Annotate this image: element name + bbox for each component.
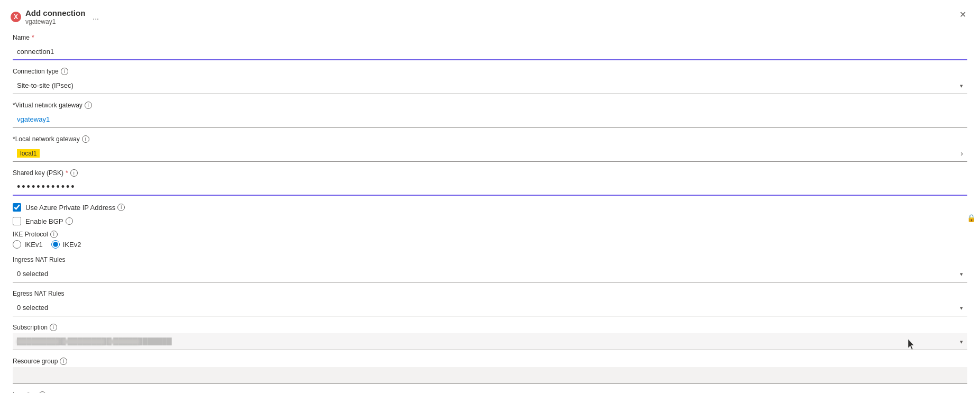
ike-protocol-ikev1-option[interactable]: IKEv1 bbox=[13, 240, 43, 249]
local-gateway-label: *Local network gateway i bbox=[13, 135, 967, 143]
local-gateway-field[interactable]: local1 › bbox=[13, 145, 967, 162]
enable-bgp-checkbox[interactable] bbox=[13, 217, 21, 225]
local-gateway-chevron-icon: › bbox=[960, 149, 963, 158]
connection-type-field-group: Connection type i Site-to-site (IPsec) V… bbox=[13, 68, 967, 94]
local-gateway-info-icon[interactable]: i bbox=[82, 135, 89, 143]
connection-type-label: Connection type i bbox=[13, 68, 967, 75]
resource-group-label: Resource group i bbox=[13, 358, 967, 365]
egress-nat-label: Egress NAT Rules bbox=[13, 290, 967, 297]
local-gateway-value: local1 bbox=[17, 149, 40, 158]
enable-bgp-group: Enable BGP i bbox=[13, 217, 967, 225]
ike-protocol-field-group: IKE Protocol i IKEv1 IKEv2 bbox=[13, 231, 967, 249]
panel-close-button[interactable]: ✕ bbox=[956, 8, 969, 21]
subscription-select[interactable]: ██████████ █████████ ████████████ bbox=[13, 333, 967, 350]
ike-protocol-label: IKE Protocol i bbox=[13, 231, 967, 238]
form-content: Name * Connection type i Site-to-site (I… bbox=[11, 34, 969, 393]
add-connection-panel: X Add connection vgateway1 ... ✕ Name * … bbox=[0, 0, 980, 393]
name-label: Name * bbox=[13, 34, 967, 41]
ingress-nat-select-wrapper: 0 selected ▾ bbox=[13, 266, 967, 282]
shared-key-field-group: Shared key (PSK) * i bbox=[13, 169, 967, 196]
panel-title-group: X Add connection vgateway1 ... bbox=[11, 8, 99, 25]
panel-subtitle: vgateway1 bbox=[25, 18, 85, 25]
egress-nat-select[interactable]: 0 selected bbox=[13, 299, 967, 316]
vnet-gateway-value: vgateway1 bbox=[17, 115, 50, 123]
subscription-chevron-icon: ▾ bbox=[960, 339, 963, 345]
use-private-ip-checkbox[interactable] bbox=[13, 203, 21, 212]
panel-icon-x: X bbox=[14, 13, 18, 21]
ikev2-label: IKEv2 bbox=[63, 241, 81, 249]
panel-titles: Add connection vgateway1 bbox=[25, 8, 85, 25]
enable-bgp-label: Enable BGP i bbox=[25, 217, 73, 225]
ike-protocol-info-icon[interactable]: i bbox=[50, 231, 58, 238]
vnet-gateway-field-group: *Virtual network gateway i vgateway1 🔒 bbox=[13, 102, 967, 128]
ikev1-label: IKEv1 bbox=[24, 241, 43, 249]
subscription-select-wrapper: ██████████ █████████ ████████████ ▾ bbox=[13, 333, 967, 350]
use-private-ip-info-icon[interactable]: i bbox=[117, 204, 125, 211]
name-field-group: Name * bbox=[13, 34, 967, 60]
subscription-info-icon[interactable]: i bbox=[50, 324, 57, 331]
panel-title: Add connection bbox=[25, 8, 85, 17]
connection-type-select-wrapper: Site-to-site (IPsec) VNet-to-VNet Expres… bbox=[13, 77, 967, 94]
panel-icon: X bbox=[11, 12, 21, 22]
connection-type-info-icon[interactable]: i bbox=[61, 68, 68, 75]
shared-key-required: * bbox=[66, 169, 68, 177]
panel-header: X Add connection vgateway1 ... ✕ bbox=[11, 8, 969, 25]
ingress-nat-select[interactable]: 0 selected bbox=[13, 266, 967, 282]
enable-bgp-info-icon[interactable]: i bbox=[66, 217, 73, 225]
use-private-ip-label: Use Azure Private IP Address i bbox=[25, 204, 125, 212]
ingress-nat-field-group: Ingress NAT Rules 0 selected ▾ bbox=[13, 256, 967, 282]
resource-group-field-group: Resource group i bbox=[13, 358, 967, 384]
panel-menu-dots[interactable]: ... bbox=[93, 13, 99, 21]
ikev1-radio[interactable] bbox=[13, 240, 21, 249]
vnet-gateway-info-icon[interactable]: i bbox=[85, 102, 92, 109]
shared-key-info-icon[interactable]: i bbox=[70, 169, 78, 177]
local-gateway-field-group: *Local network gateway i local1 › bbox=[13, 135, 967, 162]
use-private-ip-group: Use Azure Private IP Address i bbox=[13, 203, 967, 212]
ingress-nat-label: Ingress NAT Rules bbox=[13, 256, 967, 263]
subscription-label: Subscription i bbox=[13, 324, 967, 331]
egress-nat-field-group: Egress NAT Rules 0 selected ▾ bbox=[13, 290, 967, 316]
subscription-field-group: Subscription i ██████████ █████████ ████… bbox=[13, 324, 967, 350]
ike-protocol-ikev2-option[interactable]: IKEv2 bbox=[51, 240, 81, 249]
shared-key-label: Shared key (PSK) * i bbox=[13, 169, 967, 177]
ike-protocol-radio-group: IKEv1 IKEv2 bbox=[13, 240, 967, 249]
shared-key-input[interactable] bbox=[13, 179, 967, 196]
ikev2-radio[interactable] bbox=[51, 240, 60, 249]
vnet-gateway-label: *Virtual network gateway i bbox=[13, 102, 967, 109]
resource-group-input bbox=[13, 367, 967, 384]
connection-type-select[interactable]: Site-to-site (IPsec) VNet-to-VNet Expres… bbox=[13, 77, 967, 94]
egress-nat-select-wrapper: 0 selected ▾ bbox=[13, 299, 967, 316]
name-input[interactable] bbox=[13, 43, 967, 60]
vnet-gateway-field[interactable]: vgateway1 🔒 bbox=[13, 111, 967, 128]
name-required: * bbox=[32, 34, 34, 41]
resource-group-info-icon[interactable]: i bbox=[60, 358, 67, 365]
lock-icon: 🔒 bbox=[967, 214, 976, 222]
